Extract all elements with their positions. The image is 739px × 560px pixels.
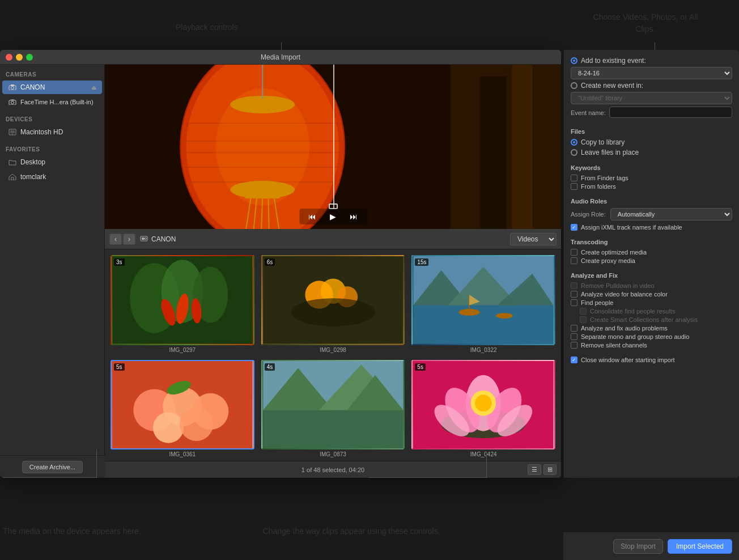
- separate-mono-option[interactable]: Separate mono and group stereo audio: [571, 333, 732, 340]
- find-people-option[interactable]: Find people: [571, 299, 732, 306]
- annotation-clips: Change the way clips appear using these …: [261, 525, 442, 537]
- add-existing-radio[interactable]: [571, 57, 577, 64]
- video-item-0361[interactable]: 5s IMG_0361: [111, 360, 254, 458]
- analyze-audio-option[interactable]: Analyze and fix audio problems: [571, 325, 732, 332]
- preview-image: [105, 65, 561, 229]
- remove-pulldown-checkbox: [571, 282, 577, 289]
- sidebar-item-canon[interactable]: CANON ⏏: [2, 80, 102, 94]
- analyze-balance-checkbox[interactable]: [571, 291, 577, 298]
- sidebar-item-facetime[interactable]: FaceTime H...era (Built-in): [2, 95, 102, 109]
- status-bar: 1 of 48 selected, 04:20 ☰ ⊞: [105, 461, 561, 478]
- proxy-option[interactable]: Create proxy media: [571, 257, 732, 264]
- finder-tags-option[interactable]: From Finder tags: [571, 175, 732, 181]
- create-new-event-option[interactable]: Create new event in:: [571, 82, 732, 90]
- close-window-option[interactable]: Close window after starting import: [571, 357, 732, 363]
- event-date-select[interactable]: 8-24-16: [571, 67, 732, 79]
- leave-radio[interactable]: [571, 149, 577, 156]
- duration-0424: 5s: [415, 363, 426, 371]
- close-button[interactable]: [6, 54, 12, 61]
- sidebar: CAMERAS CANON ⏏: [0, 65, 105, 478]
- event-name-label: Event name:: [571, 109, 606, 116]
- copy-to-library-option[interactable]: Copy to library: [571, 138, 732, 146]
- macintosh-label: Macintosh HD: [20, 128, 63, 136]
- video-thumb-0298: 6s: [261, 255, 405, 345]
- remove-pulldown-option: Remove Pulldown in video: [571, 282, 732, 289]
- facetime-camera-icon: [8, 97, 17, 107]
- app-body: CAMERAS CANON ⏏: [0, 65, 561, 478]
- name-0424: IMG_0424: [411, 451, 555, 457]
- list-view-button[interactable]: ☰: [528, 464, 541, 475]
- analyze-audio-checkbox[interactable]: [571, 325, 577, 332]
- remove-silent-checkbox[interactable]: [571, 342, 577, 349]
- separate-mono-checkbox[interactable]: [571, 333, 577, 340]
- svg-rect-51: [414, 306, 554, 344]
- svg-point-36: [145, 238, 147, 240]
- svg-point-64: [180, 407, 213, 440]
- device-label: CANON: [140, 235, 176, 243]
- library-select[interactable]: "Untitled" library: [571, 92, 732, 104]
- annotation-bracket-clips: [368, 477, 487, 478]
- finder-tags-checkbox[interactable]: [571, 175, 577, 181]
- svg-rect-32: [509, 65, 532, 229]
- video-item-0322[interactable]: 15s IMG_0322: [411, 255, 555, 353]
- ixml-option[interactable]: Assign iXML track names if available: [571, 224, 732, 231]
- proxy-label: Create proxy media: [581, 257, 635, 264]
- go-to-start-button[interactable]: ⏮: [306, 211, 318, 222]
- svg-rect-68: [263, 410, 403, 448]
- remove-silent-label: Remove silent channels: [581, 342, 647, 349]
- sidebar-item-desktop[interactable]: Desktop: [2, 155, 102, 169]
- video-item-0297[interactable]: 3s IMG_0297: [111, 255, 254, 353]
- assign-role-select[interactable]: Automatically: [610, 208, 732, 220]
- tomclark-label: tomclark: [20, 173, 46, 181]
- sidebar-item-tomclark[interactable]: tomclark: [2, 170, 102, 184]
- svg-point-4: [11, 101, 14, 104]
- proxy-checkbox[interactable]: [571, 257, 577, 264]
- play-pause-button[interactable]: ▶: [328, 211, 338, 222]
- create-archive-button[interactable]: Create Archive...: [22, 461, 83, 473]
- svg-point-80: [475, 394, 492, 411]
- ixml-checkbox[interactable]: [571, 224, 577, 231]
- folder-icon: [8, 158, 17, 167]
- video-item-0424[interactable]: 5s IMG_0424: [411, 360, 555, 458]
- analyze-audio-label: Analyze and fix audio problems: [581, 325, 668, 332]
- annotation-line-clips: [486, 452, 487, 478]
- stop-import-button[interactable]: Stop Import: [613, 539, 663, 554]
- from-folders-option[interactable]: From folders: [571, 183, 732, 190]
- find-people-checkbox[interactable]: [571, 299, 577, 306]
- title-bar: Media Import: [0, 50, 561, 65]
- smart-collections-option: Create Smart Collections after analysis: [571, 316, 732, 323]
- analyze-title: Analyze and Fix: [571, 272, 732, 279]
- minimize-button[interactable]: [16, 54, 23, 61]
- view-select[interactable]: Videos Photos All Clips: [510, 233, 557, 245]
- close-window-checkbox[interactable]: [571, 357, 577, 363]
- create-new-radio[interactable]: [571, 82, 577, 89]
- sidebar-item-macintosh[interactable]: Macintosh HD: [2, 125, 102, 139]
- forward-button[interactable]: ›: [123, 234, 135, 245]
- import-selected-button[interactable]: Import Selected: [668, 539, 732, 554]
- svg-point-56: [496, 313, 513, 319]
- add-existing-event-option[interactable]: Add to existing event:: [571, 57, 732, 65]
- svg-rect-5: [11, 99, 14, 101]
- copy-radio[interactable]: [571, 139, 577, 146]
- optimized-option[interactable]: Create optimized media: [571, 249, 732, 256]
- consolidate-checkbox: [580, 308, 587, 315]
- playback-controls: ⏮ ▶ ⏭: [299, 209, 367, 224]
- preview-area: ⏮ ▶ ⏭: [105, 65, 561, 229]
- optimized-checkbox[interactable]: [571, 249, 577, 256]
- maximize-button[interactable]: [26, 54, 33, 61]
- remove-silent-option[interactable]: Remove silent channels: [571, 342, 732, 349]
- go-to-end-button[interactable]: ⏭: [347, 211, 360, 222]
- from-folders-checkbox[interactable]: [571, 183, 577, 190]
- annotation-line-media: [96, 449, 97, 478]
- grid-view-button[interactable]: ⊞: [543, 464, 557, 475]
- video-item-0298[interactable]: 6s IMG_0298: [261, 255, 405, 353]
- duration-0297: 3s: [114, 258, 125, 266]
- desktop-label: Desktop: [20, 158, 45, 166]
- video-thumb-0322: 15s: [411, 255, 555, 345]
- back-button[interactable]: ‹: [109, 234, 122, 245]
- svg-point-30: [215, 88, 309, 205]
- event-name-input[interactable]: [609, 107, 732, 118]
- analyze-balance-option[interactable]: Analyze video for balance color: [571, 291, 732, 298]
- leave-in-place-option[interactable]: Leave files in place: [571, 149, 732, 156]
- video-item-0873[interactable]: 4s IMG_0873: [261, 360, 405, 458]
